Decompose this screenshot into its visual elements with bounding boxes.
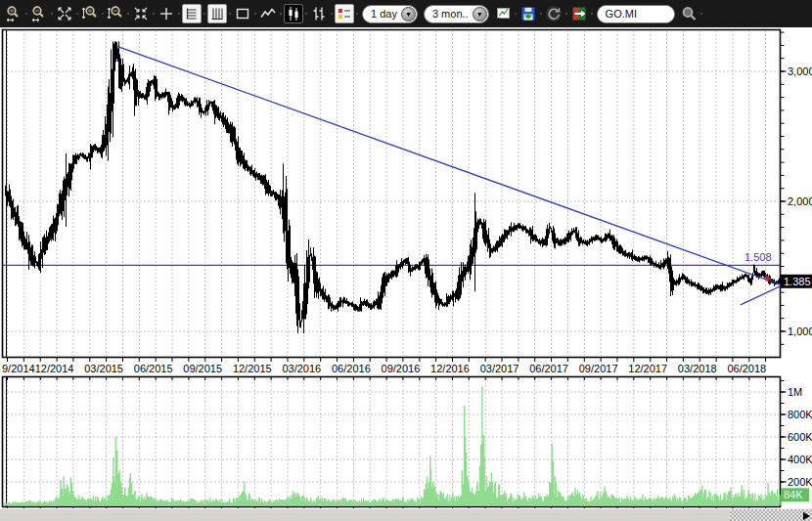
toolbar-separator-dot	[127, 13, 129, 15]
toolbar-separator-dot	[540, 13, 542, 15]
zoom-out-vertical-button[interactable]	[106, 4, 125, 23]
chart-application-window: 1 day ▼ 3 mon.. ▼ 1.5083,0002,0001,0001M…	[0, 0, 812, 521]
current-volume-value: 84K	[784, 489, 803, 500]
symbol-input-pill	[597, 5, 675, 23]
toolbar-separator-dot	[203, 13, 205, 15]
refresh-button[interactable]	[544, 4, 564, 23]
scroll-right-arrow-icon[interactable]	[803, 512, 810, 520]
current-volume-tag[interactable]: 84K	[781, 488, 809, 501]
toolbar-separator-dot	[102, 13, 104, 15]
toolbar-separator-dot	[178, 13, 180, 15]
date-axis-label: 06/2015	[134, 363, 173, 374]
date-axis-label: 09/2015	[183, 363, 222, 374]
chevron-down-icon[interactable]: ▼	[401, 7, 416, 22]
toolbar-separator-dot	[51, 13, 53, 15]
horizontal-grid-button[interactable]	[182, 4, 202, 23]
price-y-axis: 3,0002,0001,000	[780, 32, 812, 344]
save-button[interactable]	[519, 4, 538, 23]
chart-preview-button[interactable]	[493, 4, 513, 23]
range-dropdown[interactable]: 3 mon.. ▼	[424, 5, 489, 23]
toolbar-separator-dot	[153, 13, 155, 15]
volume-axis-label: 1M	[788, 386, 802, 398]
toolbar-separator-dot	[515, 13, 517, 15]
chevron-down-icon[interactable]: ▼	[473, 7, 487, 22]
volume-y-axis: 1M800K600K400K200K	[780, 381, 812, 494]
toolbar-separator-dot	[229, 13, 231, 15]
date-axis-label: 9/2014	[2, 363, 35, 374]
toolbar-separator-dot	[254, 13, 256, 15]
interval-dropdown[interactable]: 1 day ▼	[362, 5, 418, 23]
current-price-value: 1.385	[784, 276, 811, 287]
price-axis-label: 3,000	[788, 65, 812, 77]
date-axis-label: 03/2018	[678, 363, 717, 374]
date-axis-label: 12/2014	[35, 363, 74, 374]
toolbar-separator-dot	[700, 13, 702, 15]
candlestick-chart-button[interactable]	[284, 4, 303, 23]
range-dropdown-value: 3 mon..	[425, 8, 473, 20]
search-icon[interactable]	[679, 4, 699, 23]
toolbar-separator-dot	[280, 13, 282, 15]
compress-range-button[interactable]	[131, 4, 151, 23]
toolbar-separator-dot	[25, 13, 27, 15]
price-axis-label: 1,000	[788, 326, 812, 337]
toolbar-separator-dot	[76, 13, 78, 15]
volume-axis-label: 200K	[788, 476, 812, 488]
toolbar-separator-dot	[331, 13, 333, 15]
scrollbar-thumb[interactable]	[730, 509, 812, 521]
price-axis-label: 2,000	[788, 195, 812, 207]
zoom-in-vertical-button[interactable]	[80, 4, 100, 23]
volume-axis-label: 400K	[788, 454, 812, 465]
date-axis-label: 06/2016	[332, 363, 371, 374]
ohlc-bars-button[interactable]	[309, 4, 329, 23]
date-axis-label: 12/2016	[430, 363, 470, 374]
date-axis-label: 12/2017	[628, 363, 667, 374]
current-price-tag[interactable]: 1.385	[781, 275, 812, 288]
date-axis-label: 06/2018	[727, 363, 766, 374]
vertical-grid-button[interactable]	[207, 4, 227, 23]
expand-range-button[interactable]	[55, 4, 74, 23]
level-line-label: 1.508	[744, 251, 772, 263]
main-toolbar: 1 day ▼ 3 mon.. ▼	[0, 0, 812, 27]
date-axis-label: 03/2016	[282, 363, 321, 374]
indicator-list-button[interactable]	[335, 4, 354, 23]
zoom-in-horizontal-button[interactable]	[4, 4, 23, 23]
toolbar-separator-dot	[591, 13, 593, 15]
date-axis-label: 03/2017	[480, 363, 519, 374]
date-axis-label: 09/2017	[579, 363, 618, 374]
date-axis-label: 03/2015	[84, 363, 123, 374]
chart-area: 1.5083,0002,0001,0001M800K600K400K200K9/…	[0, 27, 812, 508]
interval-dropdown-value: 1 day	[363, 8, 401, 20]
toolbar-separator-dot	[356, 13, 358, 15]
volume-axis-label: 800K	[788, 409, 812, 420]
date-axis-label: 06/2017	[529, 363, 568, 374]
crosshair-button[interactable]	[157, 4, 176, 23]
symbol-input[interactable]	[598, 6, 674, 22]
export-image-button[interactable]	[569, 4, 589, 23]
date-axis-label: 12/2015	[233, 363, 272, 374]
date-axis-label: 09/2016	[382, 363, 421, 374]
horizontal-scrollbar[interactable]	[0, 508, 812, 521]
zoom-out-horizontal-button[interactable]	[29, 4, 49, 23]
volume-axis-label: 600K	[788, 431, 812, 443]
line-chart-button[interactable]	[258, 4, 278, 23]
toolbar-separator-dot	[565, 13, 567, 15]
toolbar-separator-dot	[305, 13, 307, 15]
panel-window-button[interactable]	[233, 4, 252, 23]
